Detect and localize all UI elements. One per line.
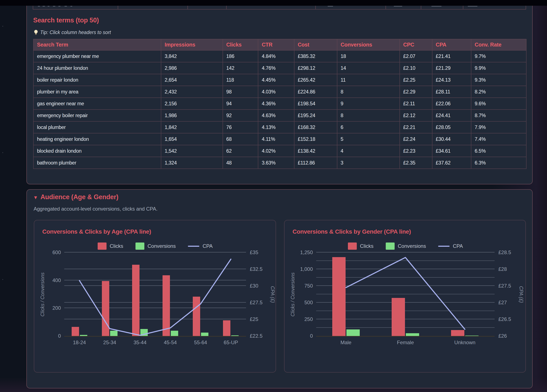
table-cell: £21.41 <box>432 50 471 62</box>
table-cell: 4.45% <box>258 74 294 86</box>
x-axis-labels: MaleFemaleUnknown <box>316 340 495 345</box>
table-cell: £34.61 <box>432 145 471 157</box>
right-axis-title: CPA (£) <box>518 253 524 337</box>
plot-area: 0200400600£22.5£25£27.5£30£32.5£35 <box>64 253 246 337</box>
right-axis-tick: £27 <box>498 300 507 306</box>
table-cell: 18 <box>337 50 400 62</box>
x-axis-label-25-34: 25-34 <box>95 340 125 345</box>
table-cell: 8 <box>337 86 400 98</box>
legend-line-swatch <box>188 246 199 247</box>
legend-item-clicks[interactable]: Clicks <box>98 242 123 250</box>
table-cell: 8 <box>337 110 400 121</box>
left-axis-tick: 0 <box>58 333 61 339</box>
table-cell: £2.11 <box>400 98 432 110</box>
table-cell: gas engineer near me <box>33 98 161 110</box>
x-axis-label-18-24: 18-24 <box>64 340 95 345</box>
legend-item-clicks[interactable]: Clicks <box>348 242 374 250</box>
table-cell: 4.13% <box>258 121 294 133</box>
table-cell: £2.12 <box>400 110 432 121</box>
table-cell: heating engineer london <box>33 133 161 145</box>
legend-color-swatch <box>98 242 107 250</box>
table-cell: £198.54 <box>294 98 337 110</box>
left-axis-tick: 600 <box>52 249 61 255</box>
table-cell: £24.41 <box>432 110 471 121</box>
right-axis-tick: £27.5 <box>498 283 511 289</box>
table-cell: 14 <box>337 62 400 74</box>
table-cell: 9.3% <box>471 74 526 86</box>
right-axis-tick: £26.5 <box>498 316 511 322</box>
table-cell: 8.7% <box>471 110 526 121</box>
table-cell: £168.32 <box>294 121 337 133</box>
column-header-cost[interactable]: Cost <box>294 39 337 50</box>
table-cell: emergency boiler repair <box>33 110 161 121</box>
column-header-search-term[interactable]: Search Term <box>33 39 161 50</box>
sort-tip: Tip: Click column headers to sort <box>34 30 111 35</box>
table-cell: £2.25 <box>400 74 432 86</box>
chart-legend: ClicksConversionsCPA <box>64 242 246 250</box>
table-cell: £2.21 <box>400 121 432 133</box>
table-cell: £152.18 <box>294 133 337 145</box>
table-cell: 94 <box>223 98 258 110</box>
column-header-cpa[interactable]: CPA <box>432 39 471 50</box>
x-axis-label-unknown: Unknown <box>435 340 495 345</box>
table-cell: 5 <box>337 133 400 145</box>
table-cell: emergency plumber near me <box>33 50 161 62</box>
column-header-conv-rate[interactable]: Conv. Rate <box>471 39 526 50</box>
table-cell: £224.86 <box>294 86 337 98</box>
legend-item-conversions[interactable]: Conversions <box>386 242 426 250</box>
column-header-ctr[interactable]: CTR <box>258 39 294 50</box>
table-cell: 9 <box>337 98 400 110</box>
collapse-triangle-icon: ▼ <box>33 195 38 200</box>
x-axis-label-male: Male <box>316 340 376 345</box>
table-cell: £24.13 <box>432 74 471 86</box>
table-cell: £2.24 <box>400 133 432 145</box>
right-axis-tick: £25 <box>250 316 258 322</box>
column-header-cpc[interactable]: CPC <box>400 39 432 50</box>
table-cell: 2,432 <box>161 86 223 98</box>
background-speck <box>2 152 3 153</box>
table-cell: 118 <box>223 74 258 86</box>
cpa-line-layer <box>316 253 495 336</box>
table-row: emergency plumber near me3,8421864.84%£3… <box>33 50 526 62</box>
legend-item-cpa[interactable]: CPA <box>188 243 213 249</box>
legend-item-cpa[interactable]: CPA <box>438 243 463 249</box>
table-cell: 1,654 <box>161 133 223 145</box>
left-axis-tick: 200 <box>52 305 61 311</box>
table-cell: 6.5% <box>471 145 526 157</box>
legend-label: CPA <box>453 243 463 249</box>
table-cell: 6.3% <box>471 157 526 169</box>
table-cell: 4.02% <box>258 145 294 157</box>
column-header-conversions[interactable]: Conversions <box>337 39 400 50</box>
table-cell: 4 <box>337 145 400 157</box>
audience-section-toggle[interactable]: ▼Audience (Age & Gender) <box>33 193 118 201</box>
table-row: bathroom plumber1,324483.63%£112.863£2.3… <box>33 157 526 169</box>
audience-subtitle: Aggregated account-level conversions, cl… <box>34 206 158 212</box>
search-terms-section-card: Search terms (top 50) Tip: Click column … <box>27 0 533 184</box>
table-cell: £37.62 <box>432 157 471 169</box>
gender-chart-card: Conversions & Clicks by Gender (CPA line… <box>284 220 526 372</box>
column-header-clicks[interactable]: Clicks <box>223 39 258 50</box>
search-terms-table: Search TermImpressionsClicksCTRCostConve… <box>33 39 526 169</box>
x-axis-label-35-44: 35-44 <box>125 340 155 345</box>
legend-color-swatch <box>386 242 395 250</box>
cutoff-table-row <box>33 6 526 9</box>
legend-color-swatch <box>136 242 144 250</box>
right-axis-tick: £27.5 <box>250 300 262 306</box>
table-cell: £112.86 <box>294 157 337 169</box>
legend-item-conversions[interactable]: Conversions <box>136 242 176 250</box>
column-header-impressions[interactable]: Impressions <box>161 39 223 50</box>
table-cell: 4.36% <box>258 98 294 110</box>
table-cell: 76 <box>223 121 258 133</box>
left-axis-tick: 250 <box>304 316 313 322</box>
table-cell: local plumber <box>33 121 161 133</box>
table-cell: 186 <box>223 50 258 62</box>
table-cell: 11 <box>337 74 400 86</box>
table-cell: 142 <box>223 62 258 74</box>
audience-section-card: ▼Audience (Age & Gender) Aggregated acco… <box>27 189 533 388</box>
right-axis-title: CPA (£) <box>270 253 275 337</box>
table-cell: 1,542 <box>161 145 223 157</box>
background-speck <box>2 26 3 27</box>
audience-title: Audience (Age & Gender) <box>40 193 118 201</box>
left-axis-tick: 1,000 <box>300 266 313 272</box>
table-cell: boiler repair london <box>33 74 161 86</box>
